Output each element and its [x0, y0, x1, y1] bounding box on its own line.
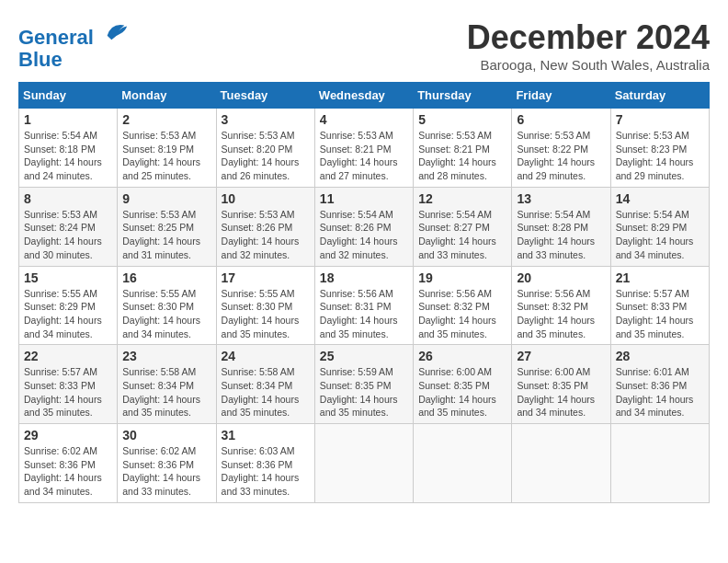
- day-number: 23: [122, 349, 210, 363]
- day-number: 14: [616, 191, 704, 206]
- day-detail: Sunrise: 5:57 AMSunset: 8:33 PMDaylight:…: [24, 366, 102, 418]
- weekday-header-sunday: Sunday: [19, 83, 118, 109]
- day-detail: Sunrise: 5:54 AMSunset: 8:18 PMDaylight:…: [24, 130, 102, 181]
- day-detail: Sunrise: 5:56 AMSunset: 8:32 PMDaylight:…: [517, 288, 595, 339]
- day-number: 11: [320, 191, 408, 206]
- header: General Blue December 2024 Barooga, New …: [18, 18, 710, 73]
- calendar-cell: 10 Sunrise: 5:53 AMSunset: 8:26 PMDaylig…: [216, 187, 314, 266]
- day-number: 27: [517, 349, 605, 363]
- calendar-cell: 9 Sunrise: 5:53 AMSunset: 8:25 PMDayligh…: [118, 187, 216, 266]
- day-detail: Sunrise: 5:53 AMSunset: 8:25 PMDaylight:…: [122, 209, 200, 260]
- calendar-cell: 12 Sunrise: 5:54 AMSunset: 8:27 PMDaylig…: [414, 187, 512, 266]
- day-number: 10: [222, 191, 310, 206]
- day-number: 13: [517, 191, 605, 206]
- day-number: 2: [122, 112, 210, 127]
- day-number: 19: [418, 270, 506, 285]
- day-number: 7: [616, 112, 704, 127]
- day-detail: Sunrise: 5:55 AMSunset: 8:30 PMDaylight:…: [122, 288, 200, 339]
- day-detail: Sunrise: 5:53 AMSunset: 8:21 PMDaylight:…: [418, 130, 496, 181]
- calendar-cell: 18 Sunrise: 5:56 AMSunset: 8:31 PMDaylig…: [314, 266, 413, 345]
- day-number: 20: [517, 270, 605, 285]
- day-number: 31: [222, 428, 310, 442]
- day-detail: Sunrise: 6:00 AMSunset: 8:35 PMDaylight:…: [418, 366, 496, 418]
- calendar-cell: 29 Sunrise: 6:02 AMSunset: 8:36 PMDaylig…: [19, 424, 118, 503]
- day-detail: Sunrise: 5:53 AMSunset: 8:19 PMDaylight:…: [122, 130, 200, 181]
- calendar-cell: 24 Sunrise: 5:58 AMSunset: 8:34 PMDaylig…: [216, 345, 314, 424]
- calendar-cell: 21 Sunrise: 5:57 AMSunset: 8:33 PMDaylig…: [610, 266, 709, 345]
- day-number: 24: [222, 349, 310, 363]
- weekday-header-tuesday: Tuesday: [216, 83, 314, 109]
- day-number: 3: [222, 112, 310, 127]
- day-detail: Sunrise: 6:02 AMSunset: 8:36 PMDaylight:…: [122, 445, 200, 497]
- calendar-cell: 4 Sunrise: 5:53 AMSunset: 8:21 PMDayligh…: [314, 109, 413, 188]
- weekday-header-thursday: Thursday: [414, 83, 512, 109]
- day-number: 26: [418, 349, 506, 363]
- logo: General Blue: [18, 18, 129, 71]
- calendar-cell: 16 Sunrise: 5:55 AMSunset: 8:30 PMDaylig…: [118, 266, 216, 345]
- calendar-cell: 27 Sunrise: 6:00 AMSunset: 8:35 PMDaylig…: [512, 345, 610, 424]
- day-detail: Sunrise: 5:53 AMSunset: 8:21 PMDaylight:…: [320, 130, 398, 181]
- day-number: 22: [24, 349, 112, 363]
- day-detail: Sunrise: 5:54 AMSunset: 8:27 PMDaylight:…: [418, 209, 496, 260]
- calendar-cell: 30 Sunrise: 6:02 AMSunset: 8:36 PMDaylig…: [118, 424, 216, 503]
- day-detail: Sunrise: 5:59 AMSunset: 8:35 PMDaylight:…: [320, 366, 398, 418]
- calendar-cell: 17 Sunrise: 5:55 AMSunset: 8:30 PMDaylig…: [216, 266, 314, 345]
- calendar-cell: 20 Sunrise: 5:56 AMSunset: 8:32 PMDaylig…: [512, 266, 610, 345]
- day-number: 21: [616, 270, 704, 285]
- calendar-cell: 26 Sunrise: 6:00 AMSunset: 8:35 PMDaylig…: [414, 345, 512, 424]
- day-detail: Sunrise: 5:56 AMSunset: 8:31 PMDaylight:…: [320, 288, 398, 339]
- day-detail: Sunrise: 5:53 AMSunset: 8:20 PMDaylight:…: [222, 130, 300, 181]
- day-number: 16: [122, 270, 210, 285]
- day-number: 9: [122, 191, 210, 206]
- calendar-cell: 6 Sunrise: 5:53 AMSunset: 8:22 PMDayligh…: [512, 109, 610, 188]
- weekday-header-saturday: Saturday: [610, 83, 709, 109]
- weekday-header-friday: Friday: [512, 83, 610, 109]
- calendar-title: December 2024: [467, 18, 710, 57]
- calendar-cell: 15 Sunrise: 5:55 AMSunset: 8:29 PMDaylig…: [19, 266, 118, 345]
- day-detail: Sunrise: 6:01 AMSunset: 8:36 PMDaylight:…: [616, 366, 694, 418]
- calendar-week-2: 8 Sunrise: 5:53 AMSunset: 8:24 PMDayligh…: [19, 187, 710, 266]
- day-detail: Sunrise: 5:58 AMSunset: 8:34 PMDaylight:…: [222, 366, 300, 418]
- calendar-cell: 11 Sunrise: 5:54 AMSunset: 8:26 PMDaylig…: [314, 187, 413, 266]
- day-number: 18: [320, 270, 408, 285]
- calendar-cell: 7 Sunrise: 5:53 AMSunset: 8:23 PMDayligh…: [610, 109, 709, 188]
- day-number: 8: [24, 191, 112, 206]
- day-number: 1: [24, 112, 112, 127]
- day-detail: Sunrise: 5:56 AMSunset: 8:32 PMDaylight:…: [418, 288, 496, 339]
- calendar-table: SundayMondayTuesdayWednesdayThursdayFrid…: [18, 82, 710, 503]
- calendar-header-row: SundayMondayTuesdayWednesdayThursdayFrid…: [19, 83, 710, 109]
- day-detail: Sunrise: 6:02 AMSunset: 8:36 PMDaylight:…: [24, 445, 102, 497]
- calendar-cell: 22 Sunrise: 5:57 AMSunset: 8:33 PMDaylig…: [19, 345, 118, 424]
- day-number: 12: [418, 191, 506, 206]
- calendar-week-1: 1 Sunrise: 5:54 AMSunset: 8:18 PMDayligh…: [19, 109, 710, 188]
- day-detail: Sunrise: 5:54 AMSunset: 8:28 PMDaylight:…: [517, 209, 595, 260]
- day-detail: Sunrise: 5:53 AMSunset: 8:24 PMDaylight:…: [24, 209, 102, 260]
- day-number: 5: [418, 112, 506, 127]
- calendar-cell: [314, 424, 413, 503]
- calendar-subtitle: Barooga, New South Wales, Australia: [467, 57, 710, 73]
- day-number: 6: [517, 112, 605, 127]
- calendar-cell: 31 Sunrise: 6:03 AMSunset: 8:36 PMDaylig…: [216, 424, 314, 503]
- day-detail: Sunrise: 5:53 AMSunset: 8:22 PMDaylight:…: [517, 130, 595, 181]
- day-number: 15: [24, 270, 112, 285]
- weekday-header-wednesday: Wednesday: [314, 83, 413, 109]
- day-number: 30: [122, 428, 210, 442]
- calendar-cell: 19 Sunrise: 5:56 AMSunset: 8:32 PMDaylig…: [414, 266, 512, 345]
- day-detail: Sunrise: 5:54 AMSunset: 8:29 PMDaylight:…: [616, 209, 694, 260]
- calendar-cell: 5 Sunrise: 5:53 AMSunset: 8:21 PMDayligh…: [414, 109, 512, 188]
- calendar-cell: 23 Sunrise: 5:58 AMSunset: 8:34 PMDaylig…: [118, 345, 216, 424]
- logo-blue: Blue: [18, 48, 63, 71]
- calendar-cell: 28 Sunrise: 6:01 AMSunset: 8:36 PMDaylig…: [610, 345, 709, 424]
- weekday-header-monday: Monday: [118, 83, 216, 109]
- day-number: 28: [616, 349, 704, 363]
- day-number: 17: [222, 270, 310, 285]
- calendar-cell: [512, 424, 610, 503]
- calendar-week-5: 29 Sunrise: 6:02 AMSunset: 8:36 PMDaylig…: [19, 424, 710, 503]
- day-detail: Sunrise: 5:58 AMSunset: 8:34 PMDaylight:…: [122, 366, 200, 418]
- day-number: 25: [320, 349, 408, 363]
- title-area: December 2024 Barooga, New South Wales, …: [467, 18, 710, 73]
- logo-bird-icon: [103, 18, 129, 44]
- day-detail: Sunrise: 6:00 AMSunset: 8:35 PMDaylight:…: [517, 366, 595, 418]
- day-detail: Sunrise: 5:55 AMSunset: 8:29 PMDaylight:…: [24, 288, 102, 339]
- calendar-week-3: 15 Sunrise: 5:55 AMSunset: 8:29 PMDaylig…: [19, 266, 710, 345]
